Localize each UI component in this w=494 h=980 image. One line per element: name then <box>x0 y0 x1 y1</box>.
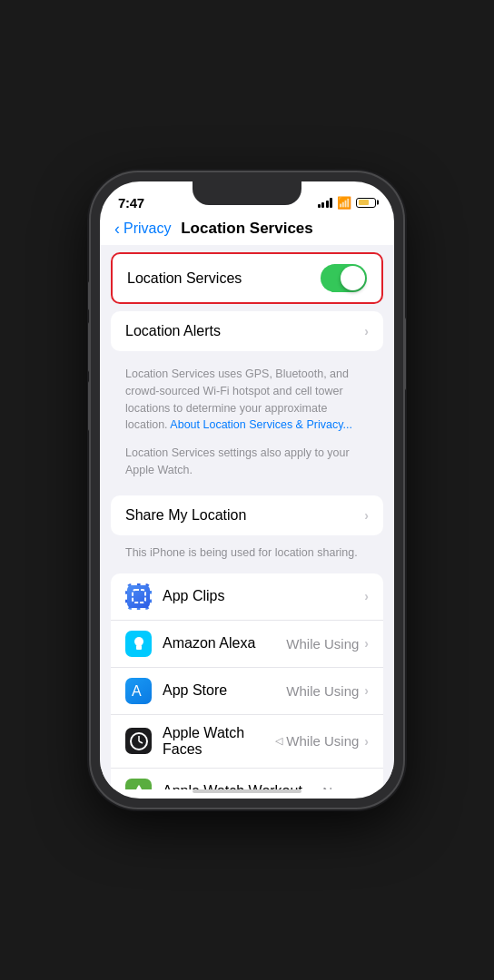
page-title: Location Services <box>181 220 313 238</box>
share-location-subtitle: This iPhone is being used for location s… <box>100 543 394 566</box>
svg-line-6 <box>139 741 143 743</box>
svg-text:A: A <box>132 683 142 699</box>
apps-section: App Clips › Amazon Alexa While Using <box>111 573 383 790</box>
location-services-toggle-section: Location Services <box>111 252 383 304</box>
location-about-link[interactable]: About Location Services & Privacy... <box>170 418 352 431</box>
wifi-icon: 📶 <box>337 196 351 210</box>
signal-icon <box>318 198 333 208</box>
app-value-alexa: While Using <box>286 636 359 652</box>
app-chevron-alexa: › <box>364 636 369 651</box>
app-name-alexa: Amazon Alexa <box>163 635 286 652</box>
app-name-appclips: App Clips <box>163 588 364 604</box>
home-indicator[interactable] <box>193 789 301 793</box>
app-name-awworkout: Apple Watch Workout <box>163 783 322 789</box>
app-chevron-awfaces: › <box>364 734 369 749</box>
app-row-awfaces[interactable]: Apple Watch Faces ◁ While Using › <box>111 715 383 769</box>
location-arrow-awfaces: ◁ <box>275 735 282 747</box>
location-description: Location Services uses GPS, Bluetooth, a… <box>111 358 383 441</box>
app-value-awfaces: ◁ While Using <box>275 733 359 749</box>
back-button[interactable]: ‹ Privacy <box>114 220 171 237</box>
svg-point-1 <box>134 637 143 646</box>
nav-bar: ‹ Privacy Location Services <box>100 216 394 245</box>
power-button[interactable] <box>403 318 406 390</box>
location-toggle-row[interactable]: Location Services <box>113 254 381 302</box>
svg-rect-0 <box>133 590 145 603</box>
share-location-label: Share My Location <box>125 507 364 524</box>
location-alerts-chevron: › <box>364 324 369 338</box>
status-time: 7:47 <box>118 195 144 211</box>
toggle-thumb <box>341 266 365 290</box>
app-chevron-appstore: › <box>364 683 369 698</box>
location-toggle-switch[interactable] <box>321 264 367 292</box>
notch <box>193 181 301 205</box>
app-row-appstore[interactable]: A App Store While Using › <box>111 668 383 715</box>
mute-button[interactable] <box>88 281 91 310</box>
share-location-row[interactable]: Share My Location › <box>111 495 383 535</box>
location-alerts-row[interactable]: Location Alerts › <box>111 311 383 351</box>
svg-rect-2 <box>136 645 142 650</box>
app-name-appstore: App Store <box>163 682 286 699</box>
status-icons: 📶 <box>318 196 377 210</box>
app-chevron-awworkout: › <box>364 784 369 789</box>
phone-frame: 7:47 📶 ‹ Privacy <box>91 172 403 808</box>
app-icon-awfaces <box>125 728 152 754</box>
app-icon-appclips <box>125 583 152 610</box>
app-value-appstore: While Using <box>286 683 359 699</box>
share-location-section: Share My Location › <box>111 495 383 535</box>
app-row-awworkout[interactable]: Apple Watch Workout Never › <box>111 769 383 790</box>
app-row-alexa[interactable]: Amazon Alexa While Using › <box>111 621 383 668</box>
app-name-awfaces: Apple Watch Faces <box>163 725 275 758</box>
location-alerts-section: Location Alerts › <box>111 311 383 351</box>
back-label: Privacy <box>124 220 171 237</box>
app-icon-alexa <box>125 631 152 657</box>
phone-screen: 7:47 📶 ‹ Privacy <box>100 181 394 799</box>
app-value-awworkout: Never <box>322 784 359 790</box>
app-icon-awworkout <box>125 779 152 790</box>
battery-icon <box>356 198 376 208</box>
app-chevron-appclips: › <box>364 589 369 603</box>
share-location-chevron: › <box>364 508 369 523</box>
app-icon-appstore: A <box>125 678 152 704</box>
volume-up-button[interactable] <box>88 322 91 372</box>
chevron-left-icon: ‹ <box>114 220 120 237</box>
watch-description: Location Services settings also apply to… <box>111 441 383 488</box>
app-row-appclips[interactable]: App Clips › <box>111 573 383 621</box>
location-alerts-label: Location Alerts <box>125 323 364 339</box>
screen-content: Location Services Location Alerts › Loca… <box>100 245 394 789</box>
location-toggle-label: Location Services <box>127 270 242 287</box>
volume-down-button[interactable] <box>88 381 91 431</box>
